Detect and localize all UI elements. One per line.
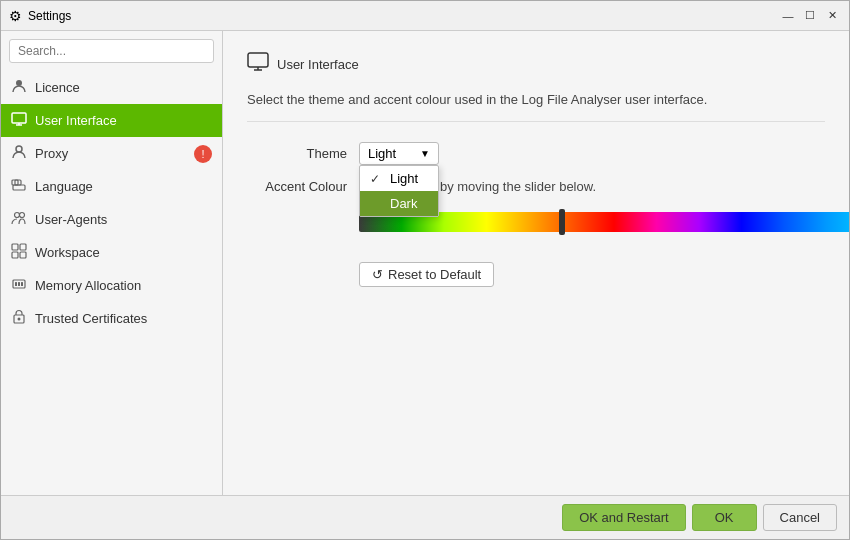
svg-rect-12 bbox=[12, 252, 18, 258]
refresh-icon: ↺ bbox=[372, 267, 383, 282]
check-icon-dark: ✓ bbox=[370, 197, 384, 211]
content-area: Licence User Interface Proxy ! Langu bbox=[1, 31, 849, 495]
language-icon bbox=[11, 177, 27, 196]
cancel-label: Cancel bbox=[780, 510, 820, 525]
maximize-button[interactable]: ☐ bbox=[801, 7, 819, 25]
sidebar-label-workspace: Workspace bbox=[35, 245, 212, 260]
sidebar-item-proxy[interactable]: Proxy ! bbox=[1, 137, 222, 170]
title-bar: ⚙ Settings — ☐ ✕ bbox=[1, 1, 849, 31]
sidebar-label-licence: Licence bbox=[35, 80, 212, 95]
accent-label: Accent Colour bbox=[247, 179, 347, 194]
sidebar-label-trusted-certificates: Trusted Certificates bbox=[35, 311, 212, 326]
theme-row: Theme Light ▼ ✓ Light ✓ Dark bbox=[247, 142, 825, 165]
accent-row: Accent Colour accent colour by moving th… bbox=[247, 179, 825, 232]
theme-option-dark-label: Dark bbox=[390, 196, 417, 211]
ok-label: OK bbox=[715, 510, 734, 525]
sidebar-item-user-agents[interactable]: User-Agents bbox=[1, 203, 222, 236]
theme-selected-value: Light bbox=[368, 146, 396, 161]
ok-button[interactable]: OK bbox=[692, 504, 757, 531]
svg-rect-13 bbox=[20, 252, 26, 258]
search-input[interactable] bbox=[9, 39, 214, 63]
reset-label: Reset to Default bbox=[388, 267, 481, 282]
minimize-button[interactable]: — bbox=[779, 7, 797, 25]
sidebar-item-memory-allocation[interactable]: Memory Allocation bbox=[1, 269, 222, 302]
slider-handle[interactable] bbox=[559, 209, 565, 235]
main-content-area: User Interface Select the theme and acce… bbox=[223, 31, 849, 495]
sidebar: Licence User Interface Proxy ! Langu bbox=[1, 31, 223, 495]
page-description: Select the theme and accent colour used … bbox=[247, 92, 825, 122]
close-button[interactable]: ✕ bbox=[823, 7, 841, 25]
theme-option-light-label: Light bbox=[390, 171, 418, 186]
user-interface-icon bbox=[11, 111, 27, 130]
chevron-down-icon: ▼ bbox=[420, 148, 430, 159]
check-icon: ✓ bbox=[370, 172, 384, 186]
svg-rect-1 bbox=[12, 113, 26, 123]
cancel-button[interactable]: Cancel bbox=[763, 504, 837, 531]
svg-point-9 bbox=[20, 213, 25, 218]
theme-option-dark[interactable]: ✓ Dark bbox=[360, 191, 438, 216]
window-title: Settings bbox=[28, 9, 779, 23]
page-heading: User Interface bbox=[277, 57, 359, 72]
sidebar-item-user-interface[interactable]: User Interface bbox=[1, 104, 222, 137]
sidebar-label-memory-allocation: Memory Allocation bbox=[35, 278, 212, 293]
sidebar-label-user-agents: User-Agents bbox=[35, 212, 212, 227]
ok-restart-label: OK and Restart bbox=[579, 510, 669, 525]
proxy-badge: ! bbox=[194, 145, 212, 163]
ok-restart-button[interactable]: OK and Restart bbox=[562, 504, 686, 531]
sidebar-item-licence[interactable]: Licence bbox=[1, 71, 222, 104]
svg-rect-17 bbox=[21, 282, 23, 286]
svg-point-0 bbox=[16, 80, 22, 86]
bottom-bar: OK and Restart OK Cancel bbox=[1, 495, 849, 539]
theme-label: Theme bbox=[247, 146, 347, 161]
licence-icon bbox=[11, 78, 27, 97]
memory-icon bbox=[11, 276, 27, 295]
theme-option-light[interactable]: ✓ Light bbox=[360, 166, 438, 191]
page-title: User Interface bbox=[247, 51, 825, 78]
svg-point-19 bbox=[18, 318, 21, 321]
sidebar-label-user-interface: User Interface bbox=[35, 113, 212, 128]
page-title-icon bbox=[247, 51, 269, 78]
window-icon: ⚙ bbox=[9, 8, 22, 24]
svg-rect-16 bbox=[18, 282, 20, 286]
svg-rect-20 bbox=[248, 53, 268, 67]
reset-default-button[interactable]: ↺ Reset to Default bbox=[359, 262, 494, 287]
svg-rect-11 bbox=[20, 244, 26, 250]
svg-rect-10 bbox=[12, 244, 18, 250]
theme-dropdown-wrapper: Light ▼ ✓ Light ✓ Dark bbox=[359, 142, 439, 165]
sidebar-label-proxy: Proxy bbox=[35, 146, 186, 161]
sidebar-label-language: Language bbox=[35, 179, 212, 194]
settings-window: ⚙ Settings — ☐ ✕ Licence User Interface bbox=[0, 0, 850, 540]
theme-dropdown-menu: ✓ Light ✓ Dark bbox=[359, 165, 439, 217]
sidebar-item-workspace[interactable]: Workspace bbox=[1, 236, 222, 269]
sidebar-item-trusted-certificates[interactable]: Trusted Certificates bbox=[1, 302, 222, 335]
sidebar-item-language[interactable]: Language bbox=[1, 170, 222, 203]
theme-dropdown[interactable]: Light ▼ bbox=[359, 142, 439, 165]
workspace-icon bbox=[11, 243, 27, 262]
svg-rect-7 bbox=[13, 185, 25, 190]
trusted-certificates-icon bbox=[11, 309, 27, 328]
proxy-icon bbox=[11, 144, 27, 163]
window-controls: — ☐ ✕ bbox=[779, 7, 841, 25]
svg-point-8 bbox=[15, 213, 20, 218]
svg-rect-15 bbox=[15, 282, 17, 286]
user-agents-icon bbox=[11, 210, 27, 229]
svg-point-4 bbox=[16, 146, 22, 152]
